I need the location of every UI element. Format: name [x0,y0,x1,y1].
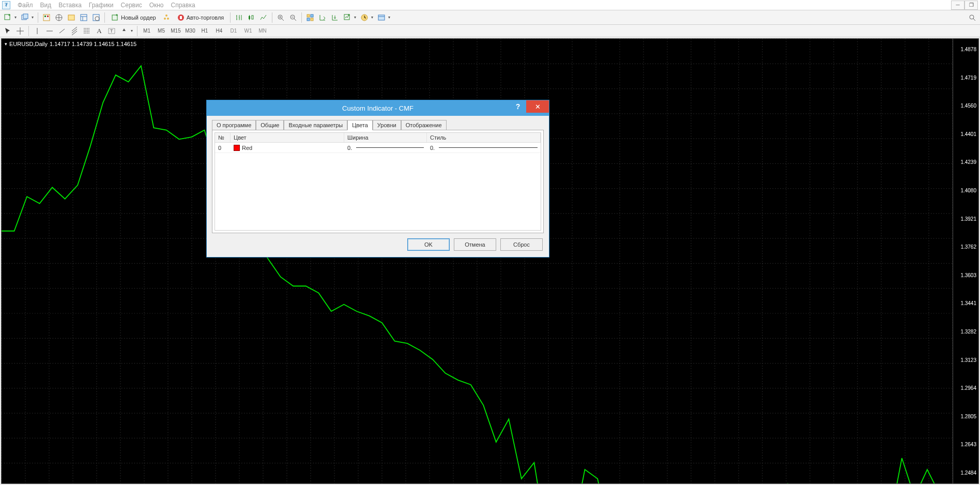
tab-visualization[interactable]: Отображение [401,120,447,130]
equidistant-channel-button[interactable] [69,25,80,37]
navigator-button[interactable] [53,12,65,23]
metaeditor-button[interactable] [161,12,172,23]
tf-m1[interactable]: M1 [140,26,154,36]
cancel-button[interactable]: Отмена [454,238,496,251]
tile-windows-button[interactable] [304,12,316,23]
trendline-button[interactable] [56,25,68,37]
ok-button[interactable]: OK [407,238,450,251]
y-tick: 1.4401 [955,131,976,137]
svg-rect-9 [93,14,99,21]
dialog-titlebar[interactable]: Custom Indicator - CMF ? ✕ [207,100,549,116]
svg-point-14 [167,18,169,20]
templates-button[interactable]: ▾ [376,12,392,23]
tf-mn[interactable]: MN [256,26,269,36]
svg-rect-7 [68,15,74,20]
tab-colors[interactable]: Цвета [347,120,373,130]
profiles-button[interactable]: ▾ [19,12,35,23]
tf-w1[interactable]: W1 [241,26,255,36]
zoom-in-button[interactable] [275,12,286,23]
new-order-button[interactable]: Новый ордер [108,12,160,23]
y-tick: 1.3123 [955,357,976,363]
arrows-button[interactable]: ▾ [118,25,134,37]
y-tick: 1.3441 [955,300,976,306]
dialog-close-button[interactable]: ✕ [526,100,549,113]
col-header-color[interactable]: Цвет [231,133,344,142]
new-chart-button[interactable]: ▾ [2,12,18,23]
indicators-button[interactable]: ▾ [342,12,358,23]
menu-charts[interactable]: Графики [89,2,114,9]
cell-style[interactable]: 0. [427,144,541,152]
line-chart-button[interactable] [258,12,269,23]
svg-point-13 [164,18,166,20]
price-axis: 1.48781.47191.45601.44011.42391.40801.39… [953,39,978,483]
svg-rect-5 [47,16,49,17]
search-button[interactable] [967,12,978,23]
terminal-button[interactable] [78,12,89,23]
auto-scroll-button[interactable] [317,12,328,23]
cell-color[interactable]: Red [231,144,344,152]
vertical-line-button[interactable] [32,25,43,37]
text-label-button[interactable]: T [106,25,117,37]
svg-text:T: T [110,28,113,34]
y-tick: 1.3603 [955,272,976,278]
dialog-help-button[interactable]: ? [510,100,526,113]
tf-d1[interactable]: D1 [227,26,240,36]
tf-m5[interactable]: M5 [155,26,168,36]
strategy-tester-button[interactable] [90,12,102,23]
data-window-button[interactable] [66,12,77,23]
crosshair-button[interactable] [14,25,26,37]
color-swatch-icon [234,145,240,151]
width-value: 0. [347,145,352,151]
style-preview [439,147,538,148]
menu-insert[interactable]: Вставка [58,2,82,9]
fibonacci-button[interactable] [81,25,93,37]
y-tick: 1.4239 [955,159,976,165]
color-row-0[interactable]: 0 Red 0. 0. [215,143,541,153]
menu-view[interactable]: Вид [40,2,52,9]
menu-service[interactable]: Сервис [121,2,142,9]
cursor-button[interactable] [2,25,13,37]
periodicity-button[interactable]: ▾ [359,12,375,23]
width-preview [356,147,424,148]
app-icon: ₮ [2,1,10,9]
y-tick: 1.3921 [955,216,976,222]
chart-shift-button[interactable] [329,12,341,23]
svg-rect-3 [43,14,50,21]
menu-file[interactable]: Файл [18,2,33,9]
y-tick: 1.4719 [955,75,976,81]
tab-common[interactable]: Общие [256,120,284,130]
tab-inputs[interactable]: Входные параметры [284,120,347,130]
market-watch-button[interactable] [41,12,52,23]
svg-point-12 [165,14,167,17]
svg-rect-8 [81,14,87,21]
tf-m15[interactable]: M15 [169,26,182,36]
color-name: Red [242,145,252,151]
col-header-width[interactable]: Ширина [344,133,427,142]
svg-rect-23 [307,18,310,21]
tab-levels[interactable]: Уровни [373,120,401,130]
reset-button[interactable]: Сброс [500,238,543,251]
tf-m30[interactable]: M30 [183,26,197,36]
bar-chart-button[interactable] [233,12,244,23]
tf-h1[interactable]: H1 [198,26,211,36]
window-minimize-button[interactable]: ─ [951,1,964,10]
svg-rect-17 [249,16,250,19]
auto-trading-button[interactable]: Авто-торговля [173,12,228,23]
svg-rect-24 [311,18,313,21]
cell-width[interactable]: 0. [344,144,427,152]
y-tick: 1.4560 [955,103,976,109]
window-restore-button[interactable]: ❐ [964,1,978,10]
tf-h4[interactable]: H4 [212,26,226,36]
dialog-title: Custom Indicator - CMF [342,104,414,112]
col-header-number[interactable]: № [215,133,231,142]
text-button[interactable]: A [94,25,105,37]
col-header-style[interactable]: Стиль [427,133,541,142]
tab-about[interactable]: О программе [212,120,256,130]
style-value: 0. [430,145,435,151]
zoom-out-button[interactable] [287,12,299,23]
horizontal-line-button[interactable] [44,25,55,37]
svg-point-28 [970,15,974,19]
menu-help[interactable]: Справка [171,2,195,9]
menu-window[interactable]: Окно [149,2,164,9]
candlestick-button[interactable] [246,12,257,23]
